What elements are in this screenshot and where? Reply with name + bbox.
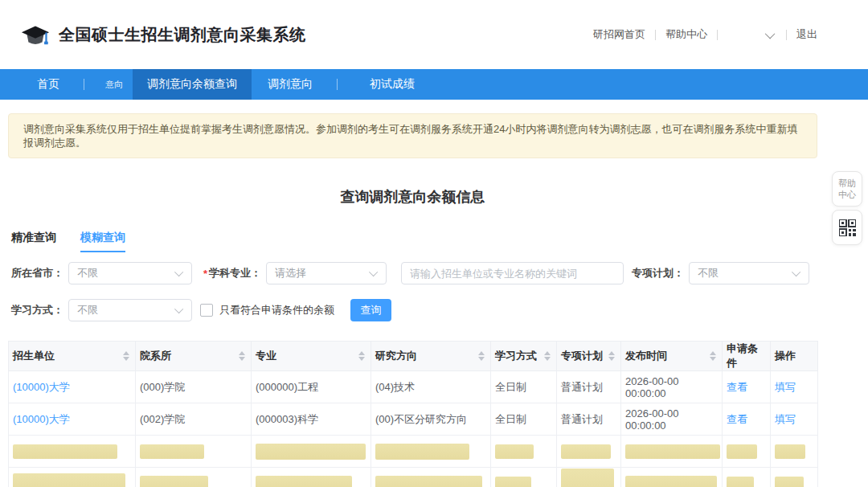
redaction-mark <box>775 444 805 459</box>
header-links: 研招网首页 帮助中心 退出 <box>593 27 817 42</box>
username-text <box>727 30 756 40</box>
divider <box>786 30 787 40</box>
tab-fuzzy-query[interactable]: 模糊查询 <box>80 231 125 252</box>
special-plan-select[interactable]: 不限 <box>689 262 809 284</box>
sort-icon[interactable] <box>239 351 245 361</box>
study-mode-select-value: 不限 <box>77 303 98 317</box>
redaction-mark <box>375 444 469 460</box>
notice-banner: 调剂意向采集系统仅用于招生单位提前掌握考生调剂意愿情况。参加调剂的考生可在调剂服… <box>8 113 817 158</box>
study-mode-select[interactable]: 不限 <box>68 299 192 321</box>
direction-cell: (04)技术 <box>371 371 491 403</box>
redaction-mark <box>13 444 117 459</box>
redaction-mark <box>495 477 531 487</box>
chevron-down-icon[interactable] <box>765 28 776 39</box>
department-cell: (000)学院 <box>136 371 252 403</box>
link-help-center[interactable]: 帮助中心 <box>665 27 707 42</box>
study-mode-cell: 全日制 <box>491 371 557 403</box>
filter-checkbox-label: 只看符合申请条件的余额 <box>219 303 334 317</box>
sort-icon[interactable] <box>544 351 551 361</box>
chevron-down-icon <box>369 268 378 276</box>
app-title: 全国硕士生招生调剂意向采集系统 <box>59 24 306 46</box>
divider <box>655 30 656 40</box>
results-table: 招生单位 院系所 专业 研究方向 学习方式 专项计划 发布时间 申请条件 操作 … <box>8 341 818 487</box>
redaction-mark <box>561 444 611 459</box>
sort-icon[interactable] <box>710 351 716 361</box>
col-header-major[interactable]: 专业 <box>252 342 371 371</box>
redaction-mark <box>561 469 614 487</box>
col-header-actions: 操作 <box>771 342 818 371</box>
publish-time-cell: 2026-00-00 00:00:00 <box>621 371 723 403</box>
help-center-float-button[interactable]: 帮助 中心 <box>832 171 862 207</box>
sort-icon[interactable] <box>358 351 365 361</box>
tab-precise-query[interactable]: 精准查询 <box>11 231 56 252</box>
sort-icon[interactable] <box>123 351 129 361</box>
logout-link[interactable]: 退出 <box>796 27 817 42</box>
province-label: 所在省市： <box>11 266 63 280</box>
filter-checkbox[interactable] <box>200 304 213 317</box>
unit-link[interactable]: (10000)大学 <box>13 381 70 393</box>
col-header-unit[interactable]: 招生单位 <box>9 342 136 371</box>
redaction-mark <box>495 444 534 459</box>
col-header-plan[interactable]: 专项计划 <box>557 342 621 371</box>
col-header-study-mode[interactable]: 学习方式 <box>491 342 557 371</box>
page-title: 查询调剂意向余额信息 <box>8 187 817 207</box>
major-cell: (000003)科学 <box>252 403 371 436</box>
sort-icon[interactable] <box>478 351 485 361</box>
nav-item-balance-query[interactable]: 调剂意向余额查询 <box>133 69 252 100</box>
query-form: 所在省市： 不限 * 学科专业： 请选择 专项计划： 不限 学习方式： 不限 只… <box>11 262 817 321</box>
special-plan-select-value: 不限 <box>698 266 719 280</box>
plan-cell: 普通计划 <box>557 403 621 436</box>
province-select[interactable]: 不限 <box>68 262 192 284</box>
link-yanzhao-home[interactable]: 研招网首页 <box>593 27 645 42</box>
redaction-mark <box>625 444 720 459</box>
sort-icon[interactable] <box>608 351 615 361</box>
redaction-mark <box>775 477 804 487</box>
graduation-cap-icon <box>20 22 51 47</box>
fill-link[interactable]: 填写 <box>775 413 796 425</box>
help-center-float-label: 帮助 中心 <box>838 178 856 200</box>
view-link[interactable]: 查看 <box>727 381 747 393</box>
col-header-department[interactable]: 院系所 <box>136 342 252 371</box>
redaction-mark <box>727 477 754 487</box>
divider <box>84 79 84 90</box>
nav-item-intention[interactable]: 意向 <box>96 69 133 100</box>
qr-code-float-button[interactable] <box>832 210 862 245</box>
special-plan-label: 专项计划： <box>632 266 684 280</box>
unit-link[interactable]: (10000)大学 <box>13 413 70 425</box>
study-mode-label: 学习方式： <box>11 303 63 317</box>
col-header-apply-condition: 申请条件 <box>723 342 771 371</box>
subject-label: 学科专业： <box>209 266 261 280</box>
redaction-mark <box>375 476 482 487</box>
required-mark: * <box>203 268 207 280</box>
col-header-direction[interactable]: 研究方向 <box>371 342 491 371</box>
keyword-input[interactable] <box>401 262 624 284</box>
nav-item-adjust-intention[interactable]: 调剂意向 <box>255 69 326 100</box>
col-header-publish-time[interactable]: 发布时间 <box>621 342 723 371</box>
study-mode-cell: 全日制 <box>491 403 557 436</box>
form-row-2: 学习方式： 不限 只看符合申请条件的余额 查询 <box>11 299 817 321</box>
brand: 全国硕士生招生调剂意向采集系统 <box>20 22 306 47</box>
chevron-down-icon <box>792 268 800 276</box>
form-row-1: 所在省市： 不限 * 学科专业： 请选择 专项计划： 不限 <box>11 262 817 284</box>
nav-item-initial-score[interactable]: 初试成绩 <box>357 69 428 100</box>
redaction-mark <box>256 476 352 487</box>
redaction-mark <box>727 444 757 459</box>
direction-cell: (00)不区分研究方向 <box>371 403 491 436</box>
publish-time-cell: 2026-00-00 00:00:00 <box>621 403 723 436</box>
query-tabs: 精准查询 模糊查询 <box>11 231 817 252</box>
plan-cell: 普通计划 <box>557 371 621 403</box>
subject-select-placeholder: 请选择 <box>275 266 306 280</box>
province-select-value: 不限 <box>77 266 98 280</box>
view-link[interactable]: 查看 <box>727 413 747 425</box>
divider <box>717 30 718 40</box>
redaction-mark <box>13 473 125 487</box>
nav-item-home[interactable]: 首页 <box>24 69 72 100</box>
subject-select[interactable]: 请选择 <box>266 262 387 284</box>
chevron-down-icon <box>174 268 183 276</box>
divider <box>337 79 338 90</box>
table-row-redacted <box>9 468 818 487</box>
search-button[interactable]: 查询 <box>350 299 391 321</box>
redaction-mark <box>625 476 717 487</box>
table-row: (10000)大学 (002)学院 (000003)科学 (00)不区分研究方向… <box>9 403 818 436</box>
fill-link[interactable]: 填写 <box>775 381 796 393</box>
